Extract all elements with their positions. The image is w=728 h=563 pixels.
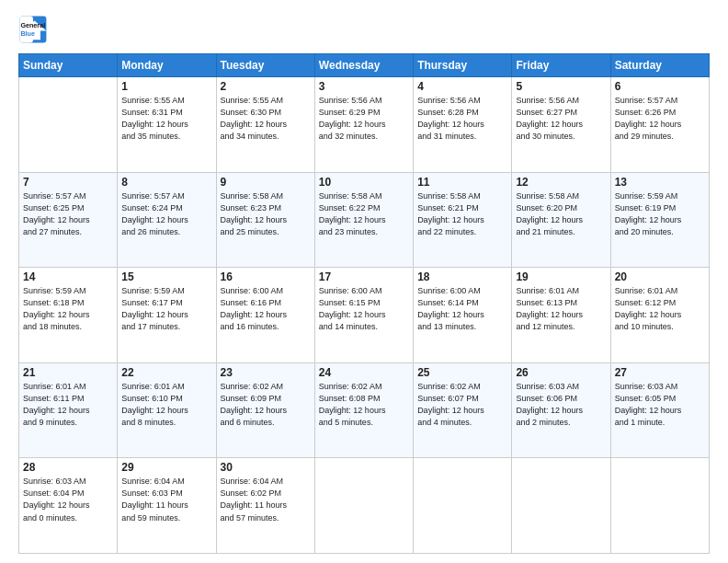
day-info: Sunrise: 6:03 AM Sunset: 6:05 PM Dayligh… [615,381,705,429]
day-info: Sunrise: 6:00 AM Sunset: 6:14 PM Dayligh… [417,285,507,333]
calendar-cell: 19Sunrise: 6:01 AM Sunset: 6:13 PM Dayli… [512,268,610,363]
weekday-header-friday: Friday [512,54,610,77]
day-number: 16 [221,270,311,283]
week-row-1: 1Sunrise: 5:55 AM Sunset: 6:31 PM Daylig… [19,77,710,173]
day-number: 7 [23,176,113,189]
day-info: Sunrise: 6:02 AM Sunset: 6:08 PM Dayligh… [319,381,409,429]
day-number: 6 [615,80,705,93]
day-info: Sunrise: 5:57 AM Sunset: 6:25 PM Dayligh… [23,190,113,238]
day-number: 30 [221,461,311,474]
day-number: 28 [23,461,113,474]
calendar-cell: 5Sunrise: 5:56 AM Sunset: 6:27 PM Daylig… [512,77,610,173]
day-info: Sunrise: 5:56 AM Sunset: 6:29 PM Dayligh… [319,95,409,143]
calendar-cell: 3Sunrise: 5:56 AM Sunset: 6:29 PM Daylig… [314,77,413,173]
day-number: 29 [121,461,211,474]
day-number: 5 [516,80,606,93]
day-number: 19 [516,270,606,283]
day-number: 13 [615,176,705,189]
day-info: Sunrise: 6:03 AM Sunset: 6:06 PM Dayligh… [516,381,606,429]
calendar-cell: 12Sunrise: 5:58 AM Sunset: 6:20 PM Dayli… [512,172,610,268]
calendar-cell: 26Sunrise: 6:03 AM Sunset: 6:06 PM Dayli… [512,362,610,458]
calendar-cell [314,458,413,554]
day-info: Sunrise: 6:01 AM Sunset: 6:10 PM Dayligh… [121,381,211,429]
calendar-cell: 17Sunrise: 6:00 AM Sunset: 6:15 PM Dayli… [314,268,413,363]
calendar-cell: 21Sunrise: 6:01 AM Sunset: 6:11 PM Dayli… [19,362,118,458]
day-number: 21 [23,366,113,379]
calendar-cell [19,77,118,173]
day-info: Sunrise: 6:01 AM Sunset: 6:13 PM Dayligh… [516,285,606,333]
calendar-cell: 25Sunrise: 6:02 AM Sunset: 6:07 PM Dayli… [414,362,512,458]
weekday-header-row: SundayMondayTuesdayWednesdayThursdayFrid… [19,54,710,77]
week-row-2: 7Sunrise: 5:57 AM Sunset: 6:25 PM Daylig… [19,172,710,268]
day-number: 23 [221,366,311,379]
calendar-cell: 30Sunrise: 6:04 AM Sunset: 6:02 PM Dayli… [216,458,314,554]
calendar-cell: 2Sunrise: 5:55 AM Sunset: 6:30 PM Daylig… [216,77,314,173]
calendar-cell: 22Sunrise: 6:01 AM Sunset: 6:10 PM Dayli… [118,362,216,458]
day-number: 26 [516,366,606,379]
day-number: 11 [417,176,507,189]
day-info: Sunrise: 6:02 AM Sunset: 6:09 PM Dayligh… [221,381,311,429]
day-info: Sunrise: 6:00 AM Sunset: 6:15 PM Dayligh… [319,285,409,333]
day-number: 20 [615,270,705,283]
calendar-cell: 9Sunrise: 5:58 AM Sunset: 6:23 PM Daylig… [216,172,314,268]
day-info: Sunrise: 5:58 AM Sunset: 6:20 PM Dayligh… [516,190,606,238]
calendar-cell: 1Sunrise: 5:55 AM Sunset: 6:31 PM Daylig… [118,77,216,173]
calendar-cell [414,458,512,554]
day-info: Sunrise: 6:03 AM Sunset: 6:04 PM Dayligh… [23,476,113,523]
calendar-table: SundayMondayTuesdayWednesdayThursdayFrid… [18,53,710,554]
calendar-cell: 28Sunrise: 6:03 AM Sunset: 6:04 PM Dayli… [19,458,118,554]
calendar-cell [610,458,709,554]
logo-icon: General Blue [18,15,48,44]
weekday-header-thursday: Thursday [414,54,512,77]
day-number: 22 [121,366,211,379]
day-info: Sunrise: 6:04 AM Sunset: 6:03 PM Dayligh… [121,476,211,523]
day-info: Sunrise: 6:01 AM Sunset: 6:11 PM Dayligh… [23,381,113,429]
page: General Blue SundayMondayTuesdayWednesda… [0,0,728,563]
weekday-header-monday: Monday [118,54,216,77]
day-number: 25 [417,366,507,379]
calendar-cell: 23Sunrise: 6:02 AM Sunset: 6:09 PM Dayli… [216,362,314,458]
calendar-cell: 4Sunrise: 5:56 AM Sunset: 6:28 PM Daylig… [414,77,512,173]
day-info: Sunrise: 5:59 AM Sunset: 6:19 PM Dayligh… [615,190,705,238]
logo: General Blue [18,15,48,44]
day-number: 4 [417,80,507,93]
svg-text:Blue: Blue [20,29,35,38]
weekday-header-sunday: Sunday [19,54,118,77]
calendar-cell: 6Sunrise: 5:57 AM Sunset: 6:26 PM Daylig… [610,77,709,173]
day-number: 27 [615,366,705,379]
day-info: Sunrise: 5:56 AM Sunset: 6:27 PM Dayligh… [516,95,606,143]
day-info: Sunrise: 5:58 AM Sunset: 6:21 PM Dayligh… [417,190,507,238]
weekday-header-tuesday: Tuesday [216,54,314,77]
day-info: Sunrise: 6:04 AM Sunset: 6:02 PM Dayligh… [221,476,311,523]
week-row-3: 14Sunrise: 5:59 AM Sunset: 6:18 PM Dayli… [19,268,710,363]
day-number: 14 [23,270,113,283]
day-info: Sunrise: 5:56 AM Sunset: 6:28 PM Dayligh… [417,95,507,143]
day-info: Sunrise: 5:59 AM Sunset: 6:18 PM Dayligh… [23,285,113,333]
day-number: 24 [319,366,409,379]
weekday-header-saturday: Saturday [610,54,709,77]
day-number: 17 [319,270,409,283]
day-number: 3 [319,80,409,93]
header: General Blue [18,15,710,44]
day-info: Sunrise: 5:58 AM Sunset: 6:22 PM Dayligh… [319,190,409,238]
calendar-cell: 11Sunrise: 5:58 AM Sunset: 6:21 PM Dayli… [414,172,512,268]
day-number: 1 [121,80,211,93]
calendar-cell: 8Sunrise: 5:57 AM Sunset: 6:24 PM Daylig… [118,172,216,268]
day-info: Sunrise: 5:59 AM Sunset: 6:17 PM Dayligh… [121,285,211,333]
day-number: 8 [121,176,211,189]
calendar-cell: 27Sunrise: 6:03 AM Sunset: 6:05 PM Dayli… [610,362,709,458]
calendar-cell: 16Sunrise: 6:00 AM Sunset: 6:16 PM Dayli… [216,268,314,363]
day-info: Sunrise: 5:58 AM Sunset: 6:23 PM Dayligh… [221,190,311,238]
day-number: 2 [221,80,311,93]
day-number: 9 [221,176,311,189]
day-number: 10 [319,176,409,189]
week-row-4: 21Sunrise: 6:01 AM Sunset: 6:11 PM Dayli… [19,362,710,458]
calendar-cell: 15Sunrise: 5:59 AM Sunset: 6:17 PM Dayli… [118,268,216,363]
calendar-cell: 13Sunrise: 5:59 AM Sunset: 6:19 PM Dayli… [610,172,709,268]
weekday-header-wednesday: Wednesday [314,54,413,77]
calendar-cell: 24Sunrise: 6:02 AM Sunset: 6:08 PM Dayli… [314,362,413,458]
day-number: 15 [121,270,211,283]
day-info: Sunrise: 6:01 AM Sunset: 6:12 PM Dayligh… [615,285,705,333]
day-info: Sunrise: 6:00 AM Sunset: 6:16 PM Dayligh… [221,285,311,333]
day-info: Sunrise: 6:02 AM Sunset: 6:07 PM Dayligh… [417,381,507,429]
